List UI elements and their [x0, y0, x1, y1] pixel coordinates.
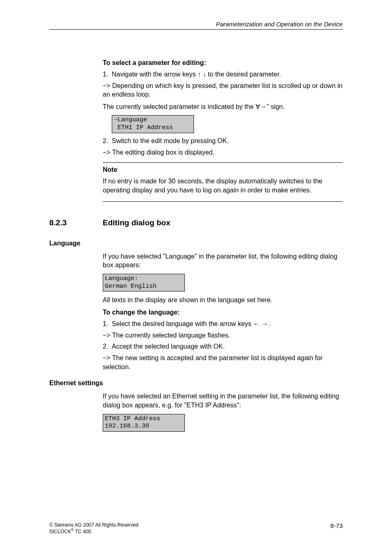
lang-sub2-text: The new setting is accepted and the para… — [103, 354, 323, 370]
copyright-line: © Siemens AG 2007 All Rights Reserved — [49, 522, 138, 528]
step1-sub2: The currently selected parameter is indi… — [103, 102, 343, 111]
arrow-prefix: −> — [103, 82, 112, 89]
arrow-prefix: −> — [103, 149, 112, 156]
sub2-b: sign. — [269, 103, 284, 110]
step-body: Navigate with the arrow keys ↑ ↓ to the … — [112, 71, 343, 78]
note-title: Note — [103, 166, 343, 173]
lang-sub2: −> The new setting is accepted and the p… — [103, 354, 343, 371]
sub3-text: The editing dialog box is displayed. — [112, 149, 214, 156]
language-side-heading: Language — [49, 240, 343, 247]
step-body: Select the desired language with the arr… — [112, 320, 343, 328]
lang-step-1: 1. Select the desired language with the … — [103, 320, 343, 328]
page-header: Parameterization and Operation on the De… — [49, 21, 343, 30]
sub2-a: The currently selected parameter is indi… — [103, 103, 256, 110]
lang-display-l1: Language: — [105, 275, 138, 282]
note-body: If no entry is made for 30 seconds, the … — [103, 177, 343, 194]
display-box-ethernet: ETH3 IP Address 192.168.3.30 — [103, 414, 185, 432]
ethernet-side-heading: Ethernet settings — [49, 379, 343, 387]
display-box-language-select: →Language ETH1 IP Address — [112, 115, 194, 133]
language-intro: If you have selected "Language" in the p… — [103, 252, 343, 270]
ethernet-intro: If you have selected an Ethernet setting… — [103, 392, 343, 409]
arrow-prefix: −> — [103, 332, 112, 339]
display1-line1: →Language — [114, 116, 147, 123]
step-number: 2. — [103, 137, 112, 145]
step-number: 1. — [103, 320, 112, 328]
step2-sub1: −> The editing dialog box is displayed. — [103, 148, 343, 157]
section-title: Editing dialog box — [103, 218, 171, 227]
page-footer: © Siemens AG 2007 All Rights Reserved SI… — [49, 522, 343, 534]
lang-sub1-text: The currently selected language flashes. — [112, 332, 230, 339]
step-2: 2. Switch to the edit mode by pressing O… — [103, 137, 343, 145]
up-down-arrows-icon: ↑ ↓ — [198, 71, 206, 78]
sub1-text: Depending on which key is pressed, the p… — [103, 82, 342, 98]
lang-step1-b: . — [268, 320, 270, 327]
page-number: 8-73 — [330, 522, 343, 534]
display1-line2: ETH1 IP Address — [114, 124, 173, 131]
lang-sub1: −> The currently selected language flash… — [103, 331, 343, 340]
step-1: 1. Navigate with the arrow keys ↑ ↓ to t… — [103, 71, 343, 78]
product-line: SICLOCK® TC 400 — [49, 528, 138, 534]
arrow-prefix: −> — [103, 354, 112, 361]
step-number: 2. — [103, 343, 112, 350]
step1-text-b: to the desired parameter. — [206, 71, 281, 78]
step-body: Switch to the edit mode by pressing OK. — [112, 137, 343, 145]
lang-step1-a: Select the desired language with the arr… — [112, 320, 253, 327]
select-param-heading: To select a parameter for editing: — [103, 58, 343, 67]
header-title: Parameterization and Operation on the De… — [216, 21, 343, 28]
lang-display-l2: German English — [105, 283, 157, 290]
eth-display-l1: ETH3 IP Address — [105, 415, 160, 422]
step1-sub1: −> Depending on which key is pressed, th… — [103, 81, 343, 99]
note-block: Note If no entry is made for 30 seconds,… — [103, 162, 343, 201]
footer-left: © Siemens AG 2007 All Rights Reserved SI… — [49, 522, 138, 534]
step-number: 1. — [103, 71, 112, 78]
lang-step-2: 2. Accept the selected language with OK. — [103, 343, 343, 350]
selection-indicator-icon: ∀→" — [256, 103, 269, 110]
step-body: Accept the selected language with OK. — [112, 343, 343, 350]
eth-display-l2: 192.168.3.30 — [105, 423, 149, 430]
change-language-heading: To change the language: — [103, 308, 343, 317]
left-right-arrows-icon: ← → — [253, 320, 268, 327]
section-number: 8.2.3 — [49, 218, 103, 227]
step1-text-a: Navigate with the arrow keys — [112, 71, 198, 78]
language-after: All texts in the display are shown in th… — [103, 296, 343, 305]
section-heading-row: 8.2.3 Editing dialog box — [49, 218, 343, 227]
display-box-language: Language: German English — [103, 274, 185, 292]
